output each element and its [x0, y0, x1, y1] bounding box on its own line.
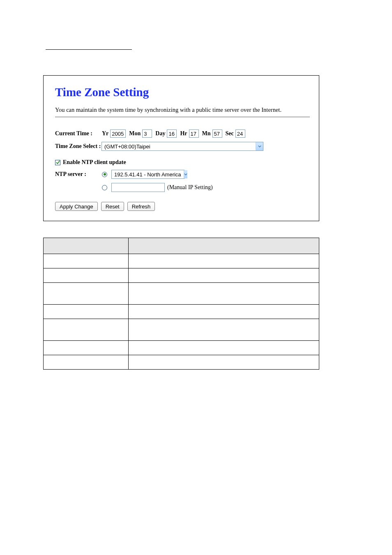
ntp-server-label: NTP server :	[55, 171, 102, 178]
month-input[interactable]	[142, 130, 152, 138]
apply-change-button[interactable]: Apply Change	[55, 202, 98, 211]
minute-label: Mn	[202, 130, 211, 137]
panel-separator	[55, 117, 310, 117]
second-label: Sec	[226, 130, 234, 137]
current-time-label: Current Time :	[55, 130, 102, 137]
year-input[interactable]	[110, 130, 126, 138]
chevron-down-icon	[184, 170, 187, 178]
reset-button[interactable]: Reset	[101, 202, 124, 211]
refresh-button[interactable]: Refresh	[127, 202, 155, 211]
ntp-server-select-value: 192.5.41.41 - North America	[112, 171, 184, 178]
section-heading-underline	[46, 49, 132, 50]
table-row	[44, 254, 319, 268]
ntp-manual-radio[interactable]	[102, 185, 107, 190]
table-row	[44, 268, 319, 283]
time-zone-select[interactable]: (GMT+08:00)Taipei	[101, 142, 263, 151]
enable-ntp-row: Enable NTP client update	[55, 159, 310, 166]
chevron-down-icon	[256, 142, 263, 150]
table-header-cell	[44, 238, 129, 254]
enable-ntp-label: Enable NTP client update	[63, 159, 126, 166]
hour-label: Hr	[180, 130, 187, 137]
table-header-row	[44, 238, 319, 254]
day-label: Day	[155, 130, 165, 137]
table-row	[44, 355, 319, 370]
time-zone-select-value: (GMT+08:00)Taipei	[102, 143, 256, 150]
table-row	[44, 283, 319, 305]
ntp-manual-ip-input[interactable]	[111, 183, 165, 192]
table-row	[44, 319, 319, 341]
ntp-server-row-preset: NTP server : 192.5.41.41 - North America	[55, 170, 310, 179]
table-row	[44, 341, 319, 355]
panel-title: Time Zone Setting	[55, 86, 310, 99]
hour-input[interactable]	[189, 130, 199, 138]
minute-input[interactable]	[212, 130, 222, 138]
enable-ntp-checkbox[interactable]	[55, 160, 60, 165]
ntp-manual-ip-label: (Manual IP Setting)	[167, 184, 213, 191]
ntp-server-select[interactable]: 192.5.41.41 - North America	[111, 170, 184, 179]
second-input[interactable]	[235, 130, 245, 138]
time-zone-select-label: Time Zone Select :	[55, 143, 101, 150]
table-row	[44, 305, 319, 319]
time-zone-setting-panel: Time Zone Setting You can maintain the s…	[43, 75, 319, 221]
time-zone-select-row: Time Zone Select : (GMT+08:00)Taipei	[55, 142, 310, 151]
ntp-preset-radio[interactable]	[102, 172, 107, 177]
button-row: Apply Change Reset Refresh	[55, 202, 310, 211]
month-label: Mon	[129, 130, 141, 137]
table-header-cell	[129, 238, 319, 254]
current-time-row: Current Time : Yr Mon Day Hr Mn Sec	[55, 130, 310, 138]
panel-description: You can maintain the system time by sync…	[55, 106, 310, 113]
day-input[interactable]	[167, 130, 177, 138]
year-label: Yr	[102, 130, 108, 137]
description-table	[43, 238, 319, 370]
ntp-server-row-manual: (Manual IP Setting)	[55, 183, 310, 192]
